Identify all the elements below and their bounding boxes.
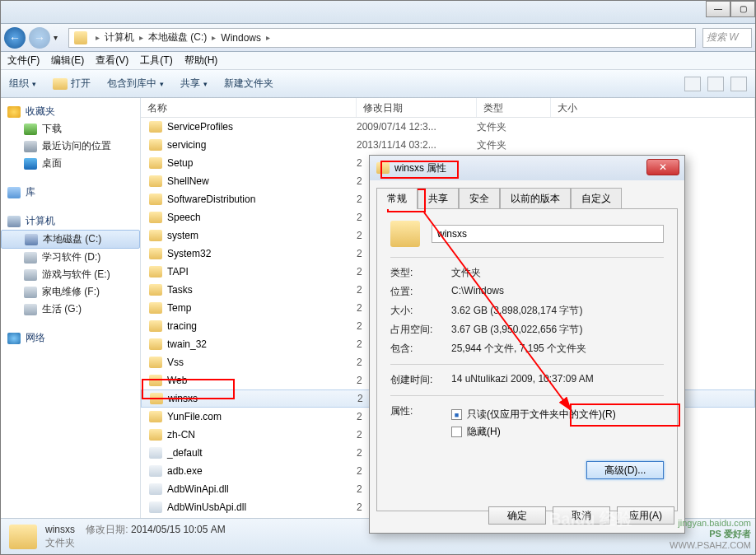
file-date: 2013/11/14 03:2... [357, 139, 477, 151]
folder-icon [149, 357, 162, 368]
file-icon [149, 501, 162, 513]
folder-icon [150, 393, 163, 404]
sidebar-recent[interactable]: 最近访问的位置 [1, 138, 140, 155]
view-options-icon[interactable] [684, 77, 701, 91]
file-name: zh-CN [167, 429, 195, 441]
value-size: 3.62 GB (3,898,028,174 字节) [451, 304, 664, 318]
recent-icon [24, 141, 37, 152]
folder-icon [149, 212, 162, 223]
file-row[interactable]: servicing2013/11/14 03:2...文件夹 [141, 136, 755, 154]
attr-readonly-label: 只读(仅应用于文件夹中的文件)(R) [467, 408, 616, 422]
col-size[interactable]: 大小 [551, 98, 755, 117]
file-name: ShellNew [167, 175, 209, 187]
status-type: 文件夹 [45, 537, 75, 548]
back-button[interactable]: ← [4, 27, 26, 49]
preview-pane-icon[interactable] [707, 77, 724, 91]
checkbox-hidden[interactable] [451, 427, 462, 437]
label-contains: 包含: [390, 342, 451, 356]
properties-titlebar[interactable]: winsxs 属性 ✕ [370, 156, 684, 180]
menu-view[interactable]: 查看(V) [96, 54, 128, 68]
breadcrumb[interactable]: ▸ 计算机 ▸ 本地磁盘 (C:) ▸ Windows ▸ [68, 28, 696, 48]
col-type[interactable]: 类型 [477, 98, 551, 117]
file-name: winsxs [168, 393, 198, 404]
col-date[interactable]: 修改日期 [357, 98, 477, 117]
download-icon [24, 124, 37, 135]
menu-file[interactable]: 文件(F) [7, 54, 40, 68]
newfolder-button[interactable]: 新建文件夹 [224, 77, 273, 91]
menu-tools[interactable]: 工具(T) [140, 54, 172, 68]
share-button[interactable]: 共享 [180, 77, 208, 91]
file-name: Vss [167, 357, 184, 368]
label-created: 创建时间: [390, 373, 451, 387]
crumb-windows[interactable]: Windows [221, 32, 261, 44]
nav-history-dropdown[interactable]: ▾ [54, 33, 65, 42]
ok-button[interactable]: 确定 [488, 506, 546, 525]
folder-icon [9, 525, 37, 549]
toolbar: 组织 打开 包含到库中 共享 新建文件夹 [1, 70, 755, 98]
sidebar-drive-e[interactable]: 游戏与软件 (E:) [1, 266, 140, 283]
forward-button[interactable]: → [29, 27, 50, 49]
folder-icon [149, 139, 162, 151]
status-date: 2014/05/15 10:05 AM [131, 524, 226, 535]
file-name: AdbWinApi.dll [167, 483, 229, 495]
sidebar-drive-d[interactable]: 学习软件 (D:) [1, 249, 140, 266]
file-name: TAPI [167, 266, 189, 278]
sidebar-libraries[interactable]: 库 [1, 184, 140, 201]
sidebar-computer[interactable]: 计算机 [1, 212, 140, 230]
crumb-computer[interactable]: 计算机 [105, 30, 134, 44]
file-name: adb.exe [167, 465, 203, 477]
column-headers: 名称 修改日期 类型 大小 [141, 98, 755, 118]
close-button[interactable]: ✕ [646, 159, 679, 175]
folder-icon [149, 266, 162, 278]
sidebar-network[interactable]: 网络 [1, 329, 140, 347]
folder-icon [149, 248, 162, 259]
advanced-button[interactable]: 高级(D)... [586, 461, 664, 479]
sidebar-desktop[interactable]: 桌面 [1, 155, 140, 172]
label-location: 位置: [390, 285, 451, 299]
folder-icon [376, 162, 390, 174]
tab-previous[interactable]: 以前的版本 [500, 188, 571, 209]
sidebar-drive-f[interactable]: 家电维修 (F:) [1, 283, 140, 301]
network-icon [7, 333, 21, 344]
tab-general[interactable]: 常规 [376, 188, 418, 209]
star-icon [7, 106, 21, 118]
navbar: ← → ▾ ▸ 计算机 ▸ 本地磁盘 (C:) ▸ Windows ▸ 搜索 W [1, 24, 755, 52]
sidebar-downloads[interactable]: 下载 [1, 120, 140, 138]
folder-icon [390, 221, 420, 247]
tab-custom[interactable]: 自定义 [571, 188, 622, 209]
label-size: 大小: [390, 304, 451, 318]
drive-icon [24, 304, 37, 315]
col-name[interactable]: 名称 [141, 98, 357, 117]
folder-icon [149, 320, 162, 332]
tab-security[interactable]: 安全 [459, 188, 500, 209]
file-row[interactable]: ServiceProfiles2009/07/14 12:3...文件夹 [141, 118, 755, 136]
open-icon [53, 78, 68, 90]
checkbox-readonly[interactable] [451, 409, 462, 420]
tab-share[interactable]: 共享 [418, 188, 459, 209]
folder-icon [74, 31, 87, 44]
drive-icon [24, 269, 37, 281]
computer-icon [7, 216, 21, 227]
min-button[interactable]: — [706, 1, 730, 17]
crumb-c-drive[interactable]: 本地磁盘 (C:) [148, 30, 207, 44]
menu-edit[interactable]: 编辑(E) [51, 54, 84, 68]
search-input[interactable]: 搜索 W [702, 28, 752, 48]
sidebar-drive-g[interactable]: 生活 (G:) [1, 301, 140, 318]
folder-icon [149, 230, 162, 241]
organize-button[interactable]: 组织 [9, 77, 36, 91]
status-name: winsxs [45, 524, 75, 535]
label-attrs: 属性: [390, 404, 451, 442]
sidebar-favorites[interactable]: 收藏夹 [1, 103, 140, 120]
label-type: 类型: [390, 266, 451, 280]
sidebar-drive-c[interactable]: 本地磁盘 (C:) [1, 230, 140, 249]
menu-help[interactable]: 帮助(H) [184, 54, 218, 68]
folder-icon [149, 429, 162, 441]
max-button[interactable]: ▢ [730, 1, 755, 17]
help-icon[interactable] [730, 77, 747, 91]
folder-icon [149, 157, 162, 169]
file-name: _default [167, 447, 203, 459]
drive-icon [24, 287, 37, 298]
open-button[interactable]: 打开 [53, 77, 91, 91]
folder-name-input[interactable] [432, 225, 664, 243]
include-button[interactable]: 包含到库中 [107, 77, 164, 91]
